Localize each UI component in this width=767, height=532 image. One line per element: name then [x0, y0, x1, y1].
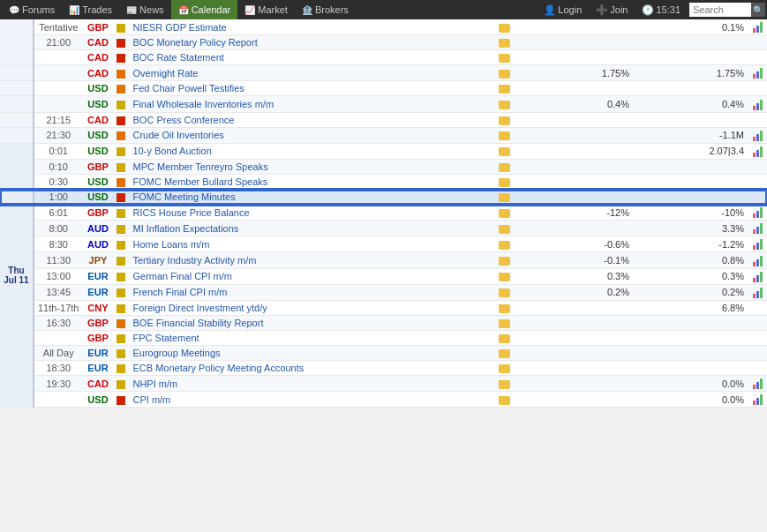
event-name[interactable]: BOC Monetary Policy Report — [129, 35, 495, 50]
folder-icon-cell[interactable] — [495, 127, 514, 143]
folder-icon-cell[interactable] — [495, 174, 514, 189]
bar-chart-icon[interactable] — [753, 100, 763, 110]
event-name[interactable]: 10-y Bond Auction — [129, 143, 495, 159]
empty-day-cell — [0, 81, 34, 96]
event-name[interactable]: Eurogroup Meetings — [129, 345, 495, 360]
search-button[interactable]: 🔍 — [751, 3, 765, 17]
event-name[interactable]: MPC Member Tenreyro Speaks — [129, 159, 495, 174]
event-name[interactable]: CPI m/m — [129, 392, 495, 408]
folder-icon-cell[interactable] — [495, 252, 514, 268]
folder-icon-cell[interactable] — [495, 330, 514, 345]
bar-chart-icon[interactable] — [753, 223, 763, 234]
folder-icon-cell[interactable] — [495, 221, 514, 236]
event-name[interactable]: RICS House Price Balance — [129, 205, 495, 221]
event-name[interactable]: BOE Financial Stability Report — [129, 315, 495, 330]
nav-brokers[interactable]: 🏦 Brokers — [295, 0, 356, 19]
event-name[interactable]: Fed Chair Powell Testifies — [129, 81, 495, 96]
bar-chart-icon[interactable] — [753, 68, 763, 79]
folder-icon-cell[interactable] — [495, 300, 514, 315]
bar-chart-icon[interactable] — [753, 288, 763, 298]
event-name[interactable]: Home Loans m/m — [129, 236, 495, 252]
impact-square — [117, 24, 125, 33]
search-input[interactable] — [689, 3, 751, 17]
event-name[interactable]: French Final CPI m/m — [129, 284, 495, 300]
folder-icon-cell[interactable] — [495, 65, 514, 81]
join-icon: ➕ — [596, 4, 608, 16]
forecast-value — [690, 35, 748, 50]
event-name[interactable]: BOC Rate Statement — [129, 50, 495, 65]
chart-cell[interactable] — [748, 96, 767, 112]
folder-icon-cell[interactable] — [495, 159, 514, 174]
chart-cell[interactable] — [748, 205, 767, 221]
join-button[interactable]: ➕ Join — [590, 4, 633, 16]
forecast-value: 1.75% — [690, 65, 748, 81]
event-name[interactable]: Tertiary Industry Activity m/m — [129, 252, 495, 268]
folder-icon-cell[interactable] — [495, 143, 514, 159]
folder-icon-cell[interactable] — [495, 112, 514, 127]
table-row: 1:00USDFOMC Meeting Minutes — [0, 190, 767, 205]
folder-icon-cell[interactable] — [495, 81, 514, 96]
chart-cell[interactable] — [748, 376, 767, 392]
folder-icon-cell[interactable] — [495, 190, 514, 205]
folder-icon-cell[interactable] — [495, 236, 514, 252]
folder-icon-cell[interactable] — [495, 345, 514, 360]
login-button[interactable]: 👤 Login — [538, 4, 587, 16]
bar-chart-icon[interactable] — [753, 378, 763, 389]
folder-icon — [499, 304, 510, 313]
bar-chart-icon[interactable] — [753, 256, 763, 266]
event-name[interactable]: Foreign Direct Investment ytd/y — [129, 300, 495, 315]
chart-cell[interactable] — [748, 19, 767, 35]
event-name[interactable]: Final Wholesale Inventories m/m — [129, 96, 495, 112]
chart-cell[interactable] — [748, 392, 767, 408]
nav-calendar[interactable]: 📅 Calendar — [171, 0, 238, 19]
nav-news[interactable]: 📰 News — [119, 0, 171, 19]
event-name[interactable]: German Final CPI m/m — [129, 268, 495, 284]
nav-forums[interactable]: 💬 Forums — [2, 0, 62, 19]
folder-icon-cell[interactable] — [495, 268, 514, 284]
table-row: 21:15CADBOC Press Conference — [0, 112, 767, 127]
bar-chart-icon[interactable] — [753, 22, 763, 33]
event-name[interactable]: MI Inflation Expectations — [129, 221, 495, 236]
event-name[interactable]: BOC Press Conference — [129, 112, 495, 127]
bar-chart-icon[interactable] — [753, 239, 763, 250]
event-name[interactable]: Crude Oil Inventories — [129, 127, 495, 143]
event-currency: USD — [82, 392, 113, 408]
chart-cell[interactable] — [748, 268, 767, 284]
forecast-value: 0.0% — [690, 376, 748, 392]
event-name[interactable]: FPC Statement — [129, 330, 495, 345]
event-name[interactable]: Overnight Rate — [129, 65, 495, 81]
chart-cell[interactable] — [748, 284, 767, 300]
impact-square — [117, 147, 125, 156]
impact-indicator — [113, 345, 129, 360]
event-name[interactable]: NHPI m/m — [129, 376, 495, 392]
folder-icon-cell[interactable] — [495, 96, 514, 112]
chart-cell[interactable] — [748, 127, 767, 143]
event-name[interactable]: FOMC Meeting Minutes — [129, 190, 495, 205]
chart-cell[interactable] — [748, 252, 767, 268]
folder-icon-cell[interactable] — [495, 284, 514, 300]
bar-chart-icon[interactable] — [753, 272, 763, 282]
impact-indicator — [113, 81, 129, 96]
chart-cell[interactable] — [748, 236, 767, 252]
event-name[interactable]: NIESR GDP Estimate — [129, 19, 495, 35]
bar-chart-icon[interactable] — [753, 394, 763, 405]
bar-chart-icon[interactable] — [753, 207, 763, 218]
nav-market[interactable]: 📈 Market — [237, 0, 295, 19]
folder-icon-cell[interactable] — [495, 50, 514, 65]
chart-cell[interactable] — [748, 143, 767, 159]
bar-chart-icon[interactable] — [753, 131, 763, 141]
nav-trades[interactable]: 📊 Trades — [62, 0, 119, 19]
chart-cell[interactable] — [748, 221, 767, 236]
event-name[interactable]: FOMC Member Bullard Speaks — [129, 174, 495, 189]
folder-icon-cell[interactable] — [495, 19, 514, 35]
folder-icon-cell[interactable] — [495, 361, 514, 376]
chart-cell[interactable] — [748, 65, 767, 81]
folder-icon-cell[interactable] — [495, 392, 514, 408]
event-name[interactable]: ECB Monetary Policy Meeting Accounts — [129, 361, 495, 376]
folder-icon-cell[interactable] — [495, 315, 514, 330]
impact-indicator — [113, 190, 129, 205]
folder-icon-cell[interactable] — [495, 205, 514, 221]
folder-icon-cell[interactable] — [495, 35, 514, 50]
bar-chart-icon[interactable] — [753, 146, 763, 157]
folder-icon-cell[interactable] — [495, 376, 514, 392]
